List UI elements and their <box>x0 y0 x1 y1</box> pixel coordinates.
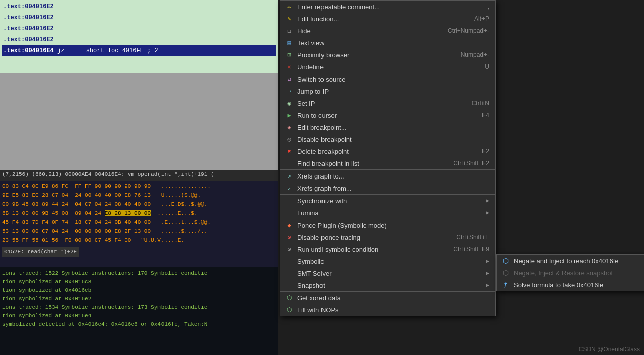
menu-label: Hide <box>297 27 438 35</box>
setip-icon: ◉ <box>284 99 294 107</box>
menu-label: SMT Solver <box>297 270 472 277</box>
fillnop-icon: ⬡ <box>284 306 294 314</box>
menu-shortcut: F2 <box>482 148 489 155</box>
hide-icon: ◻ <box>284 27 294 35</box>
menu-shortcut: Numpad+- <box>461 51 489 58</box>
submenu-label: Negate and Inject to reach 0x4016fe <box>514 257 644 265</box>
menu-item-synchronize-with[interactable]: Synchronize with ▶ <box>280 194 495 207</box>
log-line: ions traced: 1522 Symbolic instructions:… <box>2 269 276 278</box>
log-line: symbolized detected at 0x4016e4: 0x4016e… <box>2 320 276 329</box>
submenu-item-negate-inject-restore[interactable]: ⬡ Negate, Inject & Restore snapshot <box>497 267 644 279</box>
menu-label: Snapshot <box>297 282 472 289</box>
menu-item-proximity-browser[interactable]: ⊞ Proximity browser Numpad+- <box>280 49 495 61</box>
asm-line: .text:004016E2 <box>2 12 276 23</box>
source-icon: ⇄ <box>284 75 294 83</box>
menu-item-fill-with-nops[interactable]: ⬡ Fill with NOPs <box>280 304 495 316</box>
negate-restore-icon: ⬡ <box>501 269 511 277</box>
menu-item-disable-breakpoint[interactable]: ◎ Disable breakpoint <box>280 133 495 145</box>
xrefs-from-icon: ↙ <box>284 184 294 192</box>
menu-item-ponce-plugin[interactable]: ◆ Ponce Plugin (Symbolic mode) <box>280 219 495 231</box>
menu-item-enter-repeatable-comment[interactable]: ✏ Enter repeatable comment... , <box>280 1 495 13</box>
hex-line: 00 9B 45 08 89 44 24 04 C7 04 24 08 40 4… <box>2 200 276 209</box>
menu-item-lumina[interactable]: Lumina ▶ <box>280 207 495 219</box>
menu-label: Proximity browser <box>297 51 451 59</box>
menu-label: Set IP <box>297 100 462 107</box>
pencil-icon: ✏ <box>284 3 294 11</box>
menu-shortcut: F4 <box>482 112 489 119</box>
smt-icon <box>284 269 294 277</box>
menu-item-set-ip[interactable]: ◉ Set IP Ctrl+N <box>280 97 495 109</box>
menu-label: Run to cursor <box>297 112 472 119</box>
log-line: tion symbolized at 0x4016e4 <box>2 312 276 320</box>
menu-item-xrefs-graph-from[interactable]: ↙ Xrefs graph from... <box>280 182 495 194</box>
menu-label: Edit breakpoint... <box>297 124 479 131</box>
menu-label: Delete breakpoint <box>297 148 472 155</box>
menu-label: Disable ponce tracing <box>297 234 446 241</box>
disable-ponce-icon: ⊗ <box>284 233 294 241</box>
undefine-icon: ✕ <box>284 63 294 71</box>
submenu-item-negate-inject[interactable]: ⬡ Negate and Inject to reach 0x4016fe <box>497 255 644 267</box>
symbolic-icon <box>284 257 294 265</box>
menu-item-disable-ponce-tracing[interactable]: ⊗ Disable ponce tracing Ctrl+Shift+E <box>280 231 495 243</box>
deletebp-icon: ✖ <box>284 147 294 155</box>
menu-label: Ponce Plugin (Symbolic mode) <box>297 222 479 229</box>
arrow-icon: ▶ <box>486 270 489 276</box>
menu-label: Fill with NOPs <box>297 306 479 314</box>
menu-label: Edit function... <box>297 15 464 23</box>
menu-label: Jump to IP <box>297 88 479 95</box>
menu-item-run-to-cursor[interactable]: ▶ Run to cursor F4 <box>280 109 495 121</box>
menu-item-switch-to-source[interactable]: ⇄ Switch to source <box>280 73 495 85</box>
xored-icon: ⬡ <box>284 294 294 302</box>
hex-line: 53 13 00 00 C7 04 24 00 00 00 00 E8 2F 1… <box>2 227 276 236</box>
asm-area: .text:004016E2 .text:004016E2 .text:0040… <box>0 0 278 73</box>
grey-area <box>0 73 278 170</box>
menu-item-get-xored-data[interactable]: ⬡ Get xored data <box>280 291 495 304</box>
menu-label: Synchronize with <box>297 197 472 205</box>
menu-item-jump-to-ip[interactable]: → Jump to IP <box>280 85 495 97</box>
hex-label: 0152F: read(char *)+2F <box>2 247 79 257</box>
menu-label: Lumina <box>297 209 472 217</box>
menu-item-delete-breakpoint[interactable]: ✖ Delete breakpoint F2 <box>280 145 495 157</box>
hex-line: 23 55 FF 55 01 56 F0 00 00 C7 45 F4 00 "… <box>2 236 276 245</box>
log-line: tion symbolized at 0x4016c8 <box>2 278 276 286</box>
findbp-icon <box>284 159 294 167</box>
negate-inject-icon: ⬡ <box>501 257 511 265</box>
menu-item-edit-function[interactable]: ✎ Edit function... Alt+P <box>280 13 495 25</box>
menu-item-find-breakpoint[interactable]: Find breakpoint in list Ctrl+Shift+F2 <box>280 157 495 169</box>
menu-item-text-view[interactable]: ▤ Text view <box>280 37 495 49</box>
menu-item-smt-solver[interactable]: SMT Solver ▶ <box>280 267 495 279</box>
arrow-icon: ▶ <box>486 198 489 204</box>
run-symbolic-icon: ⊙ <box>284 245 294 253</box>
log-line: tion symbolized at 0x4016e2 <box>2 295 276 303</box>
editbp-icon: ◈ <box>284 123 294 131</box>
arrow-icon: ▶ <box>486 258 489 264</box>
hex-line: 00 83 C4 0C E9 86 FC FF FF 90 90 90 90 9… <box>2 182 276 191</box>
menu-label: Text view <box>297 39 479 47</box>
menu-shortcut: U <box>485 63 489 70</box>
arrow-icon: ▶ <box>486 282 489 288</box>
coord1: (7,2156) <box>2 171 29 177</box>
asm-line: .text:004016E2 <box>2 23 276 34</box>
coord2: (660,213) <box>32 171 65 177</box>
menu-item-undefine[interactable]: ✕ Undefine U <box>280 61 495 73</box>
menu-label: Undefine <box>297 63 474 71</box>
menu-shortcut: Ctrl+Shift+F2 <box>453 160 489 167</box>
menu-item-snapshot[interactable]: Snapshot ▶ ⬡ Negate and Inject to reach … <box>280 279 495 291</box>
submenu-item-solve-formula[interactable]: ƒ Solve formula to take 0x4016fe <box>497 279 644 291</box>
log-area: ions traced: 1522 Symbolic instructions:… <box>0 267 278 355</box>
menu-item-hide[interactable]: ◻ Hide Ctrl+Numpad+- <box>280 25 495 37</box>
menu-label: Xrefs graph from... <box>297 185 479 192</box>
left-panel: .text:004016E2 .text:004016E2 .text:0040… <box>0 0 278 355</box>
snapshot-icon <box>284 281 294 289</box>
log-line: tion symbolized at 0x4016cb <box>2 286 276 295</box>
disablebp-icon: ◎ <box>284 135 294 143</box>
menu-item-edit-breakpoint[interactable]: ◈ Edit breakpoint... <box>280 121 495 133</box>
menu-item-xrefs-graph-to[interactable]: ↗ Xrefs graph to... <box>280 169 495 182</box>
menu-item-symbolic[interactable]: Symbolic ▶ <box>280 255 495 267</box>
menu-label: Switch to source <box>297 76 479 83</box>
menu-item-run-until-symbolic[interactable]: ⊙ Run until symbolic condition Ctrl+Shif… <box>280 243 495 255</box>
xrefs-to-icon: ↗ <box>284 172 294 180</box>
menu-label: Find breakpoint in list <box>297 160 443 167</box>
hex-area: 00 83 C4 0C E9 86 FC FF FF 90 90 90 90 9… <box>0 181 278 268</box>
asm-line: .text:004016E2 <box>2 1 276 12</box>
